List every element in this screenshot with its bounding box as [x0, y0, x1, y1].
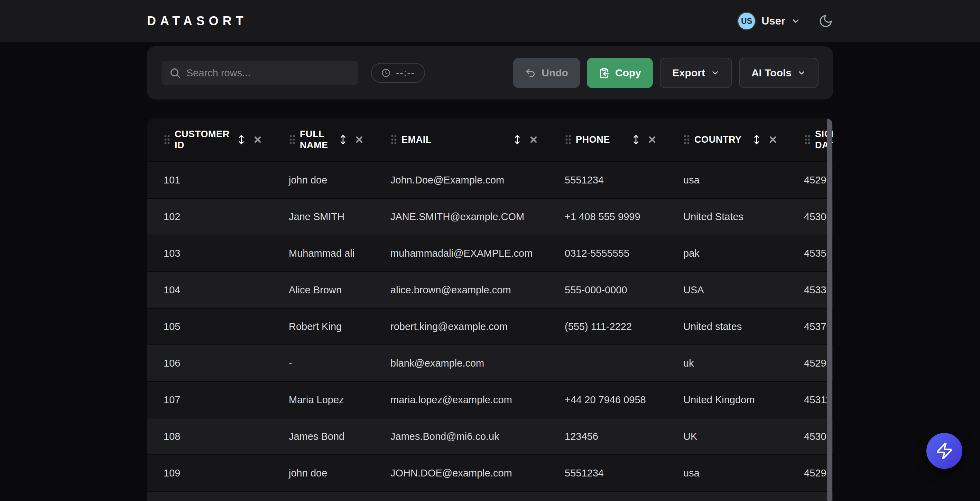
cell-customer_id: 105: [147, 321, 272, 332]
cell-full_name: -: [272, 358, 374, 369]
search-input[interactable]: [186, 67, 350, 79]
export-label: Export: [672, 67, 705, 79]
search-icon: [169, 67, 181, 79]
column-label: FULL NAME: [300, 128, 339, 151]
undo-button[interactable]: Undo: [513, 58, 580, 88]
cell-phone: 5551234: [548, 174, 667, 186]
table-row: 104Alice Brownalice.brown@example.com555…: [147, 271, 833, 308]
ai-assistant-fab[interactable]: [926, 433, 963, 469]
cell-signup_date: 4530: [788, 211, 833, 222]
table-row: 102Jane SMITHJANE.SMITH@example.COM+1 40…: [147, 198, 833, 235]
table-row-partial: [147, 491, 833, 501]
search-box: [161, 61, 358, 85]
column-label: EMAIL: [401, 134, 513, 145]
table-row: 105Robert Kingrobert.king@example.com(55…: [147, 308, 833, 344]
column-header-full_name: FULL NAME: [272, 118, 374, 161]
clock-icon: [381, 68, 391, 78]
column-label: COUNTRY: [694, 134, 752, 145]
remove-column-icon[interactable]: [769, 135, 777, 144]
undo-icon: [525, 67, 536, 78]
cell-phone: +44 20 7946 0958: [548, 394, 667, 406]
cell-phone: 5551234: [548, 468, 667, 479]
drag-handle-icon[interactable]: [804, 134, 811, 146]
sort-icon[interactable]: [339, 133, 348, 146]
moon-icon: [819, 14, 833, 29]
cell-customer_id: 103: [147, 248, 272, 259]
cell-customer_id: 102: [147, 211, 272, 222]
copy-button[interactable]: Copy: [587, 58, 653, 88]
chevron-down-icon: [791, 16, 800, 26]
sort-icon[interactable]: [632, 133, 640, 146]
sort-icon[interactable]: [513, 133, 522, 146]
table-row: 106-blank@example.comuk4529: [147, 344, 833, 381]
remove-column-icon[interactable]: [355, 135, 363, 144]
ai-tools-label: AI Tools: [751, 67, 792, 79]
cell-email: blank@example.com: [374, 358, 548, 369]
copy-label: Copy: [615, 67, 641, 79]
cell-email: alice.brown@example.com: [374, 284, 548, 296]
drag-handle-icon[interactable]: [164, 134, 170, 146]
user-menu[interactable]: US User: [737, 12, 800, 30]
cell-customer_id: 101: [147, 174, 272, 186]
zap-icon: [935, 442, 953, 460]
drag-handle-icon[interactable]: [565, 134, 572, 146]
cell-country: UK: [667, 431, 788, 442]
sort-icon[interactable]: [752, 133, 761, 146]
table-scrollbar[interactable]: [827, 118, 832, 501]
ai-tools-button[interactable]: AI Tools: [739, 58, 819, 88]
cell-email: maria.lopez@example.com: [374, 394, 548, 406]
clipboard-copy-icon: [598, 67, 610, 78]
column-label: PHONE: [576, 134, 632, 145]
column-label: CUSTOMER ID: [175, 128, 237, 151]
avatar-initials: US: [741, 17, 752, 26]
cell-full_name: Muhammad ali: [272, 248, 374, 259]
time-input[interactable]: --:--: [371, 63, 425, 83]
brand-logo: DATASORT: [147, 14, 248, 29]
export-button[interactable]: Export: [660, 58, 732, 88]
cell-signup_date: 45311: [788, 394, 833, 406]
remove-column-icon[interactable]: [253, 135, 262, 144]
cell-full_name: James Bond: [272, 431, 374, 442]
cell-signup_date: 4529: [788, 468, 833, 479]
cell-country: United States: [667, 211, 788, 222]
undo-label: Undo: [541, 67, 568, 79]
remove-column-icon[interactable]: [648, 135, 656, 144]
cell-customer_id: 107: [147, 394, 272, 406]
column-header-country: COUNTRY: [667, 118, 788, 161]
drag-handle-icon[interactable]: [683, 134, 690, 146]
cell-full_name: Maria Lopez: [272, 394, 374, 406]
cell-signup_date: 4533: [788, 284, 833, 296]
cell-full_name: Robert King: [272, 321, 374, 332]
cell-customer_id: 106: [147, 358, 272, 369]
cell-phone: 123456: [548, 431, 667, 442]
column-header-customer_id: CUSTOMER ID: [147, 118, 272, 161]
user-label: User: [762, 15, 785, 27]
data-table: CUSTOMER IDFULL NAMEEMAILPHONECOUNTRYSIG…: [147, 118, 833, 501]
drag-handle-icon[interactable]: [289, 134, 296, 146]
table-body: 101john doeJohn.Doe@Example.com5551234us…: [147, 161, 833, 501]
drag-handle-icon[interactable]: [390, 134, 397, 146]
cell-signup_date: 4537: [788, 321, 833, 332]
cell-country: usa: [667, 468, 788, 479]
cell-country: pak: [667, 248, 788, 259]
cell-country: usa: [667, 174, 788, 186]
cell-phone: 555-000-0000: [548, 284, 667, 296]
cell-phone: 0312-5555555: [548, 248, 667, 259]
sort-icon[interactable]: [237, 133, 246, 146]
cell-email: John.Doe@Example.com: [374, 174, 548, 186]
cell-country: United states: [667, 321, 788, 332]
cell-phone: (555) 111-2222: [548, 321, 667, 332]
cell-full_name: john doe: [272, 468, 374, 479]
table-row: 107Maria Lopezmaria.lopez@example.com+44…: [147, 381, 833, 418]
cell-email: robert.king@example.com: [374, 321, 548, 332]
column-header-signup_date: SIGNUP DATE: [788, 118, 833, 161]
cell-signup_date: 4529: [788, 358, 833, 369]
cell-signup_date: 4529: [788, 174, 833, 186]
cell-full_name: Alice Brown: [272, 284, 374, 296]
remove-column-icon[interactable]: [530, 135, 538, 144]
cell-country: United Kingdom: [667, 394, 788, 406]
cell-full_name: john doe: [272, 174, 374, 186]
cell-country: USA: [667, 284, 788, 296]
theme-toggle-button[interactable]: [819, 14, 833, 29]
toolbar-panel: --:-- Undo Copy Export: [147, 46, 833, 100]
